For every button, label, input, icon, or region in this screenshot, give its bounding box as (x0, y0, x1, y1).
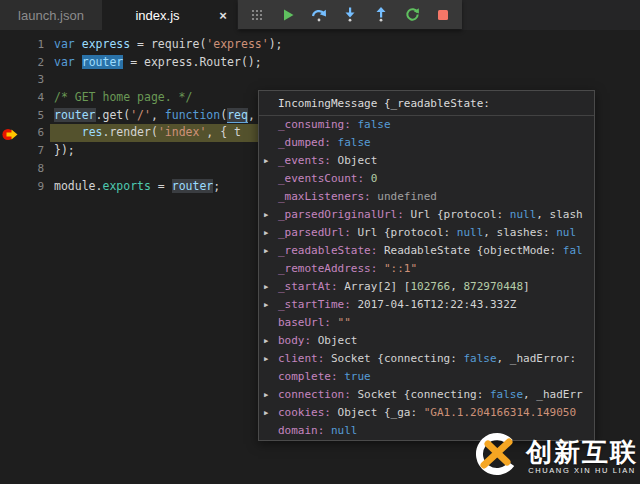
tooltip-property-row[interactable]: ▶_startTime: 2017-04-16T12:22:43.332Z (259, 296, 594, 314)
line-number[interactable]: 2 (0, 54, 44, 72)
step-into-button[interactable] (341, 6, 359, 24)
watermark-title: 创新互联 (526, 438, 638, 466)
expand-arrow-icon[interactable]: ▶ (264, 332, 268, 350)
line-number[interactable]: 5 (0, 107, 44, 125)
tooltip-property-row[interactable]: ▶_readableState: ReadableState {objectMo… (259, 242, 594, 260)
grip-icon[interactable] (248, 6, 266, 24)
tooltip-header: IncomingMessage {_readableState: (259, 91, 594, 116)
tab-label: index.js (102, 8, 213, 23)
code-text: module.exports = router; (44, 178, 220, 196)
line-number[interactable]: 1 (0, 36, 44, 54)
tooltip-property-row[interactable]: ▶_parsedOriginalUrl: Url {protocol: null… (259, 206, 594, 224)
code-line[interactable]: 1var express = require('express'); (0, 36, 640, 54)
watermark-subtitle: CHUANG XIN HU LIAN (528, 466, 636, 475)
tooltip-property-row: _consuming: false (259, 116, 594, 134)
tab-label: launch.json (18, 8, 84, 23)
restart-button[interactable] (403, 6, 421, 24)
expand-arrow-icon[interactable]: ▶ (264, 242, 268, 260)
code-text: res.render('index', { t (44, 124, 241, 142)
code-text: /* GET home page. */ (44, 89, 192, 107)
line-number[interactable]: 9 (0, 178, 44, 196)
tooltip-rows: _consuming: false_dumped: false▶_events:… (259, 116, 594, 440)
close-icon[interactable]: × (213, 8, 233, 23)
tooltip-property-row[interactable]: ▶_parsedUrl: Url {protocol: null, slashe… (259, 224, 594, 242)
stop-button[interactable] (434, 6, 452, 24)
tab-bar: launch.json index.js × (0, 0, 640, 30)
expand-arrow-icon[interactable]: ▶ (264, 404, 268, 422)
tooltip-property-row[interactable]: ▶_startAt: Array[2] [102766, 872970448] (259, 278, 594, 296)
expand-arrow-icon[interactable]: ▶ (264, 296, 268, 314)
step-out-button[interactable] (372, 6, 390, 24)
step-over-button[interactable] (310, 6, 328, 24)
vscode-window: launch.json index.js × (0, 0, 640, 484)
continue-button[interactable] (279, 6, 297, 24)
expand-arrow-icon[interactable]: ▶ (264, 278, 268, 296)
expand-arrow-icon[interactable]: ▶ (264, 224, 268, 242)
tooltip-property-row[interactable]: ▶_events: Object (259, 152, 594, 170)
code-text (44, 71, 54, 89)
watermark-logo-icon (474, 431, 520, 481)
expand-arrow-icon[interactable]: ▶ (264, 350, 268, 368)
tooltip-property-row: _remoteAddress: "::1" (259, 260, 594, 278)
expand-arrow-icon[interactable]: ▶ (264, 386, 268, 404)
code-line[interactable]: 3 (0, 71, 640, 89)
tooltip-property-row: _dumped: false (259, 134, 594, 152)
code-text: var express = require('express'); (44, 36, 283, 54)
line-number[interactable]: 4 (0, 89, 44, 107)
expand-arrow-icon[interactable]: ▶ (264, 152, 268, 170)
expand-arrow-icon[interactable]: ▶ (264, 206, 268, 224)
tooltip-property-row: _maxListeners: undefined (259, 188, 594, 206)
tooltip-property-row: baseUrl: "" (259, 314, 594, 332)
code-line[interactable]: 2var router = express.Router(); (0, 54, 640, 72)
debug-hover-tooltip: IncomingMessage {_readableState: _consum… (258, 90, 595, 441)
tab-index-js[interactable]: index.js × (102, 0, 237, 30)
line-number[interactable]: 3 (0, 71, 44, 89)
debug-toolbar (238, 0, 462, 29)
watermark: 创新互联 CHUANG XIN HU LIAN (474, 431, 638, 481)
tooltip-property-row: _eventsCount: 0 (259, 170, 594, 188)
code-text (44, 160, 54, 178)
tooltip-property-row: complete: true (259, 368, 594, 386)
line-number[interactable]: 7 (0, 142, 44, 160)
tooltip-property-row[interactable]: ▶client: Socket {connecting: false, _had… (259, 350, 594, 368)
line-number[interactable]: 8 (0, 160, 44, 178)
line-number[interactable]: 6 (0, 124, 44, 142)
tooltip-property-row[interactable]: ▶body: Object (259, 332, 594, 350)
code-text: }); (44, 142, 75, 160)
tab-launch-json[interactable]: launch.json (0, 0, 102, 30)
tooltip-property-row[interactable]: ▶cookies: Object {_ga: "GA1.1.204166314.… (259, 404, 594, 422)
code-text: var router = express.Router(); (44, 54, 262, 72)
tooltip-property-row[interactable]: ▶connection: Socket {connecting: false, … (259, 386, 594, 404)
